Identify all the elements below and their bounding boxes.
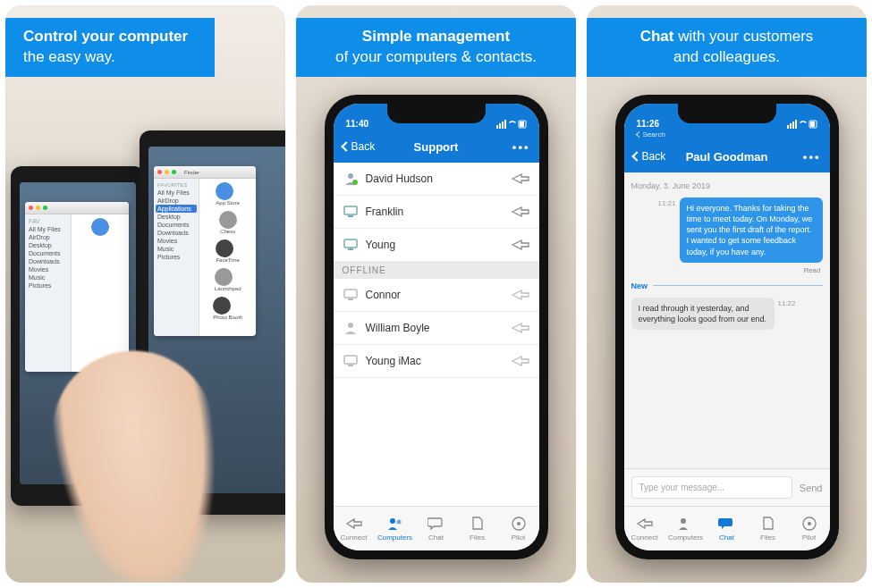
- more-button[interactable]: •••: [778, 150, 821, 164]
- back-button[interactable]: Back: [343, 140, 385, 153]
- notch: [678, 104, 776, 123]
- banner-2-rest: of your computers & contacts.: [335, 48, 537, 65]
- banner-3-rest-a: with your customers: [673, 28, 813, 45]
- tab-files[interactable]: Files: [457, 507, 498, 550]
- tab-chat[interactable]: Chat: [707, 507, 748, 550]
- svg-rect-12: [344, 290, 357, 298]
- contact-list[interactable]: David Hudson Franklin: [334, 163, 539, 506]
- list-item[interactable]: Franklin: [334, 196, 539, 229]
- tab-computers[interactable]: Computers: [665, 507, 707, 550]
- message-bubble: I read through it yesterday, and everyth…: [631, 298, 775, 330]
- computers-tab-icon: [386, 516, 404, 532]
- contact-name: Young iMac: [366, 355, 504, 367]
- svg-rect-15: [344, 356, 357, 364]
- svg-rect-26: [810, 122, 815, 127]
- list-item[interactable]: Connor: [334, 279, 539, 312]
- back-button[interactable]: Back: [633, 150, 676, 163]
- svg-point-17: [390, 518, 395, 524]
- chevron-left-icon: [635, 131, 641, 138]
- tab-connect[interactable]: Connect: [334, 507, 375, 550]
- banner-3: Chat with your customers and colleagues.: [587, 18, 867, 77]
- tab-label: Pilot: [802, 533, 817, 542]
- tab-label: Connect: [631, 533, 658, 542]
- tab-files[interactable]: Files: [748, 507, 789, 550]
- message-out: 11:21 Hi everyone. Thanks for taking the…: [631, 197, 823, 263]
- banner-1-rest: the easy way.: [23, 48, 115, 65]
- chat-tab-icon: [718, 516, 736, 532]
- tab-label: Files: [470, 533, 485, 542]
- status-time: 11:26: [637, 119, 660, 129]
- computer-icon: [343, 237, 359, 253]
- list-item[interactable]: Young: [334, 229, 539, 262]
- computer-icon: [343, 287, 359, 303]
- list-item[interactable]: David Hudson: [334, 163, 539, 196]
- svg-rect-3: [504, 120, 506, 129]
- tab-computers[interactable]: Computers: [375, 507, 416, 550]
- svg-point-6: [348, 173, 353, 179]
- svg-rect-8: [344, 206, 357, 214]
- favorites-label: FAVORITES: [156, 181, 197, 189]
- contact-name: David Hudson: [366, 172, 504, 185]
- tab-pilot[interactable]: Pilot: [789, 507, 830, 550]
- message-input[interactable]: Type your message...: [631, 476, 792, 499]
- svg-rect-21: [787, 125, 789, 129]
- tab-label: Pilot: [512, 533, 526, 542]
- phone-mock-3: 11:26 Search Back Paul Goodman ••• Mon: [615, 95, 839, 559]
- chat-body[interactable]: Monday, 3. June 2019 11:21 Hi everyone. …: [624, 172, 830, 468]
- tab-bar: Connect Computers Chat Files Pilot: [334, 506, 539, 550]
- person-icon: [343, 320, 359, 336]
- tab-label: Computers: [377, 533, 412, 542]
- nav-title: Paul Goodman: [676, 150, 778, 164]
- connect-icon[interactable]: [511, 172, 530, 185]
- banner-1-bold: Control your computer: [23, 28, 188, 45]
- chat-tab-icon: [428, 516, 445, 532]
- files-tab-icon: [759, 516, 777, 532]
- contact-name: Connor: [366, 289, 504, 301]
- banner-1: Control your computer the easy way.: [5, 18, 215, 77]
- tab-label: Chat: [719, 533, 734, 542]
- list-item[interactable]: William Boyle: [334, 312, 539, 345]
- connect-icon[interactable]: [511, 322, 530, 334]
- svg-point-20: [517, 522, 521, 525]
- computer-icon: [343, 204, 359, 220]
- svg-rect-22: [790, 123, 792, 129]
- contact-name: William Boyle: [366, 322, 504, 334]
- screenshot-panel-2: Simple management of your computers & co…: [296, 5, 576, 583]
- chevron-left-icon: [631, 151, 641, 161]
- status-time: 11:40: [346, 119, 369, 129]
- tab-connect[interactable]: Connect: [624, 507, 665, 550]
- connect-icon[interactable]: [511, 289, 530, 301]
- send-button[interactable]: Send: [800, 483, 823, 493]
- finder-title: Finder: [184, 170, 199, 175]
- svg-point-29: [808, 522, 811, 525]
- svg-point-18: [396, 520, 401, 525]
- svg-rect-11: [348, 248, 353, 250]
- connect-icon[interactable]: [511, 355, 530, 367]
- message-time: 11:21: [657, 197, 675, 207]
- finder-content: App Store Chess FaceTime Launchpad Photo…: [199, 179, 256, 336]
- tab-label: Computers: [668, 533, 703, 542]
- svg-rect-13: [348, 298, 353, 300]
- back-label: Back: [642, 150, 666, 163]
- more-button[interactable]: •••: [487, 140, 530, 154]
- screenshot-panel-1: Control your computer the easy way. FAV …: [5, 5, 285, 583]
- connect-icon[interactable]: [511, 206, 530, 218]
- status-back-app[interactable]: Search: [643, 130, 665, 139]
- tab-label: Files: [760, 533, 775, 542]
- status-icons: [496, 120, 527, 129]
- tab-pilot[interactable]: Pilot: [498, 507, 539, 550]
- chevron-left-icon: [341, 141, 351, 151]
- banner-2-bold: Simple management: [362, 28, 510, 45]
- person-icon: [343, 171, 359, 187]
- list-item[interactable]: Young iMac: [334, 345, 539, 378]
- screenshot-panel-3: Chat with your customers and colleagues.…: [587, 5, 867, 583]
- svg-rect-16: [348, 365, 353, 366]
- connect-icon[interactable]: [511, 239, 530, 251]
- svg-rect-2: [502, 122, 504, 129]
- svg-rect-1: [499, 123, 501, 129]
- svg-rect-23: [792, 122, 794, 129]
- svg-rect-10: [344, 239, 357, 248]
- tab-chat[interactable]: Chat: [416, 507, 457, 550]
- computers-tab-icon: [677, 516, 695, 532]
- contact-name: Franklin: [366, 206, 504, 218]
